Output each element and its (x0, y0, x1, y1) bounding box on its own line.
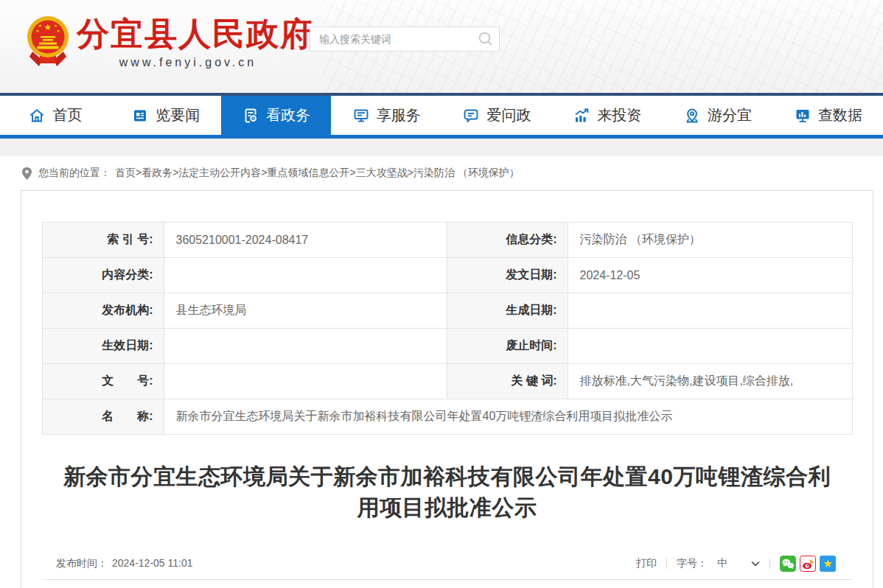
svg-text:★: ★ (44, 22, 52, 32)
meta-label-content-category: 内容分类: (42, 258, 164, 293)
svg-text:★: ★ (56, 29, 60, 33)
weibo-share-icon[interactable] (800, 556, 816, 572)
ask-icon (462, 107, 480, 125)
meta-value-name: 新余市分宜生态环境局关于新余市加裕科技有限公司年处置40万吨锂渣综合利用项目拟批… (164, 399, 852, 435)
font-size-selector[interactable]: 中 (717, 557, 760, 570)
nav-label: 查数据 (818, 105, 862, 125)
gov-doc-icon (242, 107, 259, 125)
chevron-down-icon (751, 561, 760, 567)
meta-label-publisher: 发布机构: (42, 293, 164, 329)
location-pin-icon (22, 167, 32, 180)
meta-label-expiry-date: 废止时间: (447, 329, 568, 364)
invest-icon (573, 107, 590, 125)
search-box (310, 27, 500, 52)
meta-value-issue-date: 2024-12-05 (568, 258, 852, 293)
search-icon (478, 38, 494, 49)
meta-value-expiry-date (568, 329, 852, 364)
meta-value-content-category (164, 258, 447, 293)
meta-value-index: 3605210001-2024-08417 (164, 223, 447, 258)
nav-label: 览要闻 (156, 105, 200, 125)
table-row: 名 称: 新余市分宜生态环境局关于新余市加裕科技有限公司年处置40万吨锂渣综合利… (42, 399, 852, 435)
breadcrumb-trail[interactable]: 首页>看政务>法定主动公开内容>重点领域信息公开>三大攻坚战>污染防治 （环境保… (115, 167, 520, 180)
font-size-value: 中 (717, 557, 727, 570)
site-title: 分宜县人民政府 (77, 15, 299, 53)
nav-item-home[interactable]: 首页 (0, 96, 111, 135)
nav-item-ask[interactable]: 爱问政 (442, 96, 552, 135)
meta-value-info-category: 污染防治 （环境保护） (568, 223, 852, 258)
meta-value-doc-number (164, 364, 447, 399)
meta-label-doc-number: 文 号: (42, 364, 164, 399)
divider-band (0, 139, 883, 156)
meta-label-name: 名 称: (42, 399, 164, 435)
nav-label: 来投资 (597, 105, 641, 125)
meta-label-keywords: 关 键 词: (447, 364, 568, 399)
nav-item-news[interactable]: 览要闻 (111, 96, 221, 135)
meta-label-issue-date: 发文日期: (447, 258, 568, 293)
svg-text:★: ★ (38, 24, 42, 28)
breadcrumb-prefix: 您当前的位置： (38, 167, 111, 180)
data-icon (794, 107, 812, 125)
search-button[interactable] (477, 31, 495, 49)
meta-label-created-date: 生成日期: (447, 293, 568, 329)
qzone-share-icon[interactable]: ★ (820, 556, 836, 572)
publish-time: 发布时间：2024-12-05 11:01 (56, 557, 193, 570)
travel-icon (683, 107, 701, 125)
divider (43, 579, 851, 580)
font-size-label: 字号： (677, 557, 708, 570)
meta-label-info-category: 信息分类: (447, 223, 568, 258)
nav-item-invest[interactable]: 来投资 (552, 96, 663, 135)
page: ★ ★ ★ ★ ★ 分宜县人民政府 www.fenyi.gov.cn (0, 0, 883, 588)
document-meta-table: 索 引 号: 3605210001-2024-08417 信息分类: 污染防治 … (42, 222, 853, 435)
national-emblem-icon: ★ ★ ★ ★ ★ (27, 15, 69, 75)
nav-item-data[interactable]: 查数据 (772, 96, 883, 135)
meta-label-index: 索 引 号: (42, 223, 164, 258)
home-icon (28, 107, 46, 125)
news-icon (131, 107, 149, 125)
meta-value-keywords: 排放标准,大气污染物,建设项目,综合排放, (568, 364, 852, 399)
table-row: 文 号: 关 键 词: 排放标准,大气污染物,建设项目,综合排放, (42, 364, 852, 399)
nav-item-services[interactable]: 享服务 (331, 96, 442, 135)
share-buttons: ★ (780, 556, 836, 572)
table-row: 索 引 号: 3605210001-2024-08417 信息分类: 污染防治 … (42, 223, 852, 258)
nav-label: 游分宜 (708, 105, 752, 125)
publish-time-label: 发布时间： (56, 557, 108, 569)
site-header: ★ ★ ★ ★ ★ 分宜县人民政府 www.fenyi.gov.cn (0, 0, 883, 96)
site-logo[interactable]: ★ ★ ★ ★ ★ 分宜县人民政府 www.fenyi.gov.cn (27, 15, 299, 75)
publish-time-value: 2024-12-05 11:01 (112, 557, 193, 569)
nav-label: 首页 (52, 105, 82, 125)
meta-value-created-date (568, 293, 852, 329)
meta-label-effective-date: 生效日期: (42, 329, 164, 364)
article-container: 索 引 号: 3605210001-2024-08417 信息分类: 污染防治 … (21, 190, 873, 588)
nav-item-government[interactable]: 看政务 (221, 96, 332, 135)
svg-text:★: ★ (35, 29, 39, 33)
svg-text:★: ★ (823, 557, 832, 570)
breadcrumb: 您当前的位置： 首页>看政务>法定主动公开内容>重点领域信息公开>三大攻坚战>污… (0, 156, 883, 190)
table-row: 生效日期: 废止时间: (42, 329, 852, 364)
meta-value-publisher: 县生态环境局 (164, 293, 447, 329)
separator (769, 559, 770, 569)
article-meta-bar: 发布时间：2024-12-05 11:01 打印 字号： 中 (56, 556, 836, 572)
page-title: 新余市分宜生态环境局关于新余市加裕科技有限公司年处置40万吨锂渣综合利用项目拟批… (53, 461, 842, 523)
print-button[interactable]: 打印 (636, 557, 657, 570)
table-row: 内容分类: 发文日期: 2024-12-05 (42, 258, 852, 293)
svg-text:★: ★ (54, 24, 57, 28)
main-nav: 首页 览要闻 看政务 (0, 96, 883, 139)
meta-value-effective-date (164, 329, 447, 364)
nav-label: 享服务 (377, 105, 421, 125)
article-tools: 打印 字号： 中 (636, 556, 836, 572)
wechat-share-icon[interactable] (780, 556, 796, 572)
table-row: 发布机构: 县生态环境局 生成日期: (42, 293, 852, 329)
search-input[interactable] (310, 27, 469, 51)
separator (666, 559, 667, 569)
nav-item-travel[interactable]: 游分宜 (663, 96, 773, 135)
services-icon (352, 107, 370, 125)
nav-label: 爱问政 (486, 105, 531, 125)
site-url: www.fenyi.gov.cn (77, 56, 299, 69)
nav-label: 看政务 (266, 105, 310, 125)
